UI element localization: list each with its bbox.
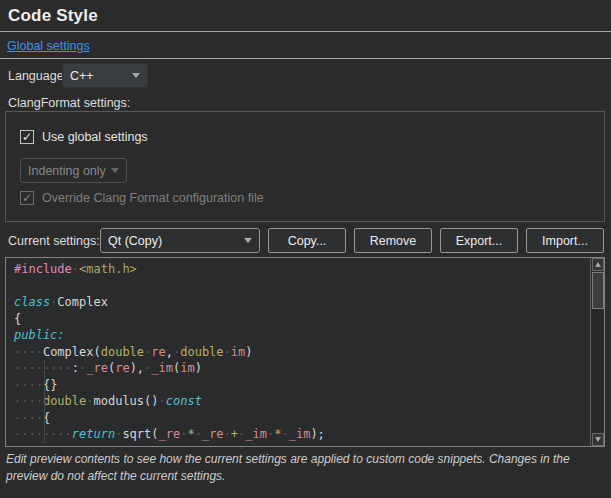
code-line: { <box>14 311 590 328</box>
footer-note: Edit preview contents to see how the cur… <box>6 451 606 485</box>
page-title: Code Style <box>8 6 98 26</box>
global-settings-link[interactable]: Global settings <box>7 39 90 53</box>
clangformat-settings-label: ClangFormat settings: <box>8 96 130 110</box>
override-clang-format-label: Override Clang Format configuration file <box>42 191 264 205</box>
override-clang-format-checkbox: ✓ Override Clang Format configuration fi… <box>20 191 264 205</box>
code-editor-content[interactable]: #include·<math.h> class·Complex{public:·… <box>6 258 590 446</box>
code-line: ····Complex(double·re,·double·im) <box>14 344 590 361</box>
code-line: ····{} <box>14 377 590 394</box>
vertical-scrollbar[interactable] <box>590 258 604 446</box>
code-line: #include·<math.h> <box>14 261 590 278</box>
code-line: class·Complex <box>14 294 590 311</box>
chevron-down-icon <box>244 238 252 243</box>
language-label: Language: <box>8 69 67 83</box>
scroll-down-button[interactable] <box>592 433 604 446</box>
remove-button[interactable]: Remove <box>354 228 432 253</box>
indent-guide <box>44 360 45 443</box>
code-line: ········:·_re(re),·_im(im) <box>14 360 590 377</box>
code-line: ········return·sqrt(_re·*·_re·+·_im·*·_i… <box>14 426 590 443</box>
link-separator <box>0 58 611 59</box>
scrollbar-thumb[interactable] <box>592 272 604 309</box>
language-dropdown[interactable]: C++ <box>62 63 148 88</box>
current-settings-dropdown[interactable]: Qt (Copy) <box>100 228 260 253</box>
code-line: ····double·modulus()·const <box>14 393 590 410</box>
title-separator <box>0 31 611 32</box>
use-global-settings-label: Use global settings <box>42 130 148 144</box>
code-line: public: <box>14 327 590 344</box>
clangformat-settings-group: ✓ Use global settings Indenting only ✓ O… <box>5 111 605 222</box>
chevron-down-icon <box>111 168 119 173</box>
use-global-settings-checkbox[interactable]: ✓ Use global settings <box>20 130 148 144</box>
chevron-down-icon <box>132 73 140 78</box>
checkbox-checked-icon: ✓ <box>20 130 34 144</box>
arrow-up-icon <box>595 262 601 267</box>
code-line <box>14 278 590 295</box>
formatting-mode-value: Indenting only <box>28 164 106 178</box>
current-settings-label: Current settings: <box>8 234 100 248</box>
code-line: ····{ <box>14 410 590 427</box>
export-button[interactable]: Export... <box>440 228 518 253</box>
checkbox-checked-icon: ✓ <box>20 191 34 205</box>
copy-button[interactable]: Copy... <box>268 228 346 253</box>
import-button[interactable]: Import... <box>526 228 604 253</box>
current-settings-dropdown-value: Qt (Copy) <box>108 234 162 248</box>
scroll-up-button[interactable] <box>592 258 604 271</box>
code-preview-editor[interactable]: #include·<math.h> class·Complex{public:·… <box>5 257 605 447</box>
language-dropdown-value: C++ <box>70 69 94 83</box>
formatting-mode-dropdown: Indenting only <box>20 158 127 183</box>
arrow-down-icon <box>595 437 601 442</box>
